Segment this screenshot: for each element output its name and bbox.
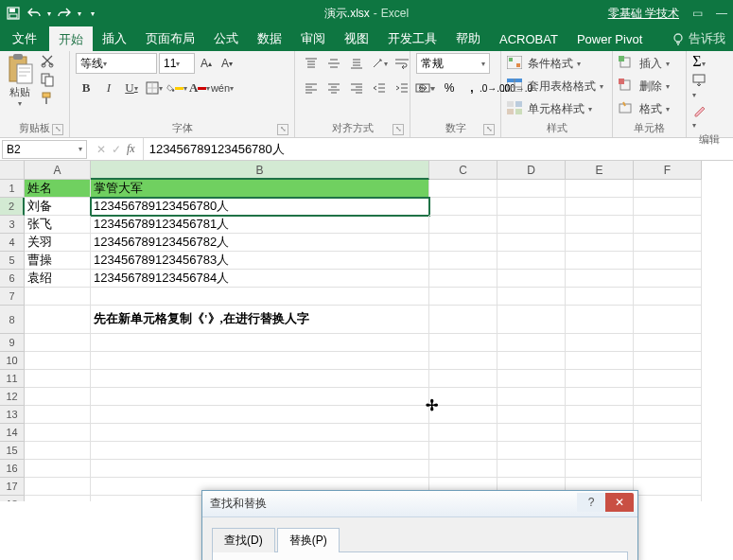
format-painter-icon[interactable] — [40, 91, 57, 106]
font-color-button[interactable]: A▾ — [189, 78, 210, 98]
fx-icon[interactable]: fx — [127, 142, 135, 156]
tab-insert[interactable]: 插入 — [93, 26, 136, 51]
cell[interactable] — [634, 306, 702, 334]
find-replace-dialog[interactable]: 查找和替换 ? ✕ 查找(D) 替换(P) — [201, 490, 638, 560]
paste-icon[interactable] — [6, 53, 34, 85]
active-cell[interactable]: 123456789123456780人 — [91, 198, 429, 216]
cell[interactable] — [429, 216, 497, 234]
cell[interactable] — [566, 180, 634, 198]
font-size-combo[interactable]: 11▾ — [159, 53, 195, 74]
cell[interactable] — [91, 334, 429, 352]
cell[interactable] — [429, 234, 497, 252]
cell[interactable] — [429, 352, 497, 370]
tab-formulas[interactable]: 公式 — [204, 26, 248, 51]
launcher-icon[interactable]: ⤡ — [52, 124, 63, 135]
fill-color-button[interactable]: ▾ — [166, 78, 187, 98]
align-bottom-icon[interactable] — [346, 53, 367, 74]
cell[interactable] — [429, 370, 497, 388]
cell[interactable] — [497, 370, 566, 388]
cell[interactable]: 张飞 — [25, 216, 91, 234]
enter-formula-icon[interactable]: ✓ — [112, 143, 121, 156]
cell[interactable] — [566, 252, 634, 270]
row-header[interactable]: 3 — [0, 216, 25, 234]
paste-dropdown-icon[interactable]: ▾ — [18, 99, 22, 108]
cell[interactable]: 掌管大军 — [91, 180, 429, 198]
cell[interactable]: 123456789123456783人 — [91, 252, 429, 270]
qat-customize-icon[interactable]: ▾ — [91, 9, 95, 18]
cell[interactable] — [566, 270, 634, 288]
align-top-icon[interactable] — [301, 53, 322, 74]
cell[interactable]: 姓名 — [25, 180, 91, 198]
redo-icon[interactable] — [57, 6, 72, 21]
clear-icon[interactable]: ▾ — [692, 104, 706, 131]
cell[interactable] — [429, 306, 497, 334]
dialog-title-bar[interactable]: 查找和替换 ? ✕ — [202, 491, 637, 517]
row-header[interactable]: 12 — [0, 388, 25, 406]
cell[interactable] — [497, 180, 566, 198]
format-as-table-button[interactable]: 套用表格格式▾ — [507, 76, 603, 96]
cells-area[interactable]: 姓名 掌管大军 刘备 123456789123456780人 张飞 123456… — [25, 180, 702, 501]
decrease-font-icon[interactable]: A▾ — [218, 53, 236, 74]
italic-button[interactable]: I — [98, 78, 119, 98]
cell[interactable] — [566, 334, 634, 352]
name-box[interactable]: B2▾ — [2, 140, 87, 159]
cell[interactable] — [25, 334, 91, 352]
cell[interactable] — [634, 460, 702, 478]
cell[interactable] — [429, 388, 497, 406]
number-format-combo[interactable]: 常规▾ — [416, 53, 490, 74]
cell[interactable] — [634, 406, 702, 424]
align-center-icon[interactable] — [323, 78, 344, 98]
row-header[interactable]: 4 — [0, 234, 25, 252]
increase-indent-icon[interactable] — [392, 78, 412, 98]
cell[interactable] — [566, 388, 634, 406]
cell[interactable]: 刘备 — [25, 198, 91, 216]
cell[interactable] — [497, 334, 566, 352]
cell[interactable] — [497, 198, 566, 216]
cell[interactable] — [634, 216, 702, 234]
cell[interactable] — [91, 406, 429, 424]
cell[interactable] — [497, 352, 566, 370]
cell[interactable] — [25, 288, 91, 306]
wrap-text-icon[interactable] — [392, 53, 412, 74]
cell[interactable] — [634, 198, 702, 216]
ribbon-display-icon[interactable]: ▭ — [692, 7, 703, 20]
cell[interactable] — [25, 442, 91, 460]
cell[interactable] — [497, 288, 566, 306]
cell[interactable] — [25, 478, 91, 496]
cell[interactable] — [25, 406, 91, 424]
cell[interactable] — [497, 270, 566, 288]
cell[interactable] — [91, 460, 429, 478]
cell[interactable]: 123456789123456782人 — [91, 234, 429, 252]
cell[interactable] — [91, 388, 429, 406]
cell[interactable] — [634, 252, 702, 270]
row-header[interactable]: 8 — [0, 306, 25, 334]
cell[interactable] — [634, 288, 702, 306]
copy-icon[interactable] — [40, 72, 57, 87]
orientation-icon[interactable]: ▾ — [369, 53, 390, 74]
row-header[interactable]: 2 — [0, 198, 25, 216]
cell[interactable] — [566, 352, 634, 370]
cell[interactable] — [429, 288, 497, 306]
launcher-icon[interactable]: ⤡ — [277, 124, 288, 135]
tab-file[interactable]: 文件 — [0, 26, 49, 51]
cell[interactable]: 袁绍 — [25, 270, 91, 288]
col-header[interactable]: E — [566, 161, 634, 180]
tell-me[interactable]: 告诉我 — [664, 26, 733, 51]
cell[interactable] — [25, 424, 91, 442]
cell[interactable] — [429, 270, 497, 288]
row-header[interactable]: 5 — [0, 252, 25, 270]
cell[interactable] — [566, 442, 634, 460]
align-right-icon[interactable] — [346, 78, 367, 98]
align-left-icon[interactable] — [301, 78, 322, 98]
cell[interactable] — [634, 424, 702, 442]
tab-review[interactable]: 审阅 — [291, 26, 335, 51]
col-header[interactable]: A — [25, 161, 91, 180]
cell[interactable] — [566, 306, 634, 334]
cell[interactable] — [566, 234, 634, 252]
formula-input[interactable]: 123456789123456780人 — [144, 141, 733, 158]
tab-developer[interactable]: 开发工具 — [378, 26, 446, 51]
cell[interactable] — [91, 424, 429, 442]
cell[interactable] — [429, 460, 497, 478]
tab-acrobat[interactable]: ACROBAT — [490, 26, 567, 51]
cell[interactable] — [497, 424, 566, 442]
